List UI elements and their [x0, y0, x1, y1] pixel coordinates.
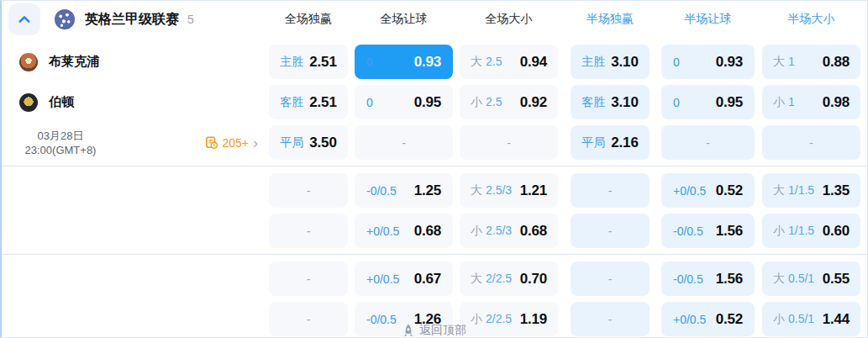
- odds-label: 0: [366, 55, 373, 69]
- side-label: 大: [773, 272, 785, 285]
- odds-cell[interactable]: 小10.98: [762, 85, 860, 119]
- odds-cell[interactable]: 平局2.16: [571, 125, 650, 160]
- match-date: 03月28日: [13, 129, 108, 143]
- home-team-row: 布莱克浦: [2, 45, 269, 79]
- side-label: 大: [773, 183, 785, 197]
- collapse-button[interactable]: [8, 3, 40, 35]
- away-team-row: 伯顿: [2, 85, 269, 119]
- odds-row: 03月28日23:00(GMT+8)205+›平局3.50--平局2.16--: [2, 125, 867, 160]
- odds-value: 1.19: [520, 311, 547, 328]
- line-label: 2.5: [486, 95, 502, 108]
- odds-label: +0/0.5: [366, 224, 399, 238]
- odds-cell[interactable]: 小2/2.51.19: [460, 302, 558, 336]
- odds-rows: 布莱克浦主胜2.5100.93大2.50.94主胜3.1000.93大10.88…: [2, 38, 867, 336]
- odds-value: 2.16: [611, 135, 638, 151]
- odds-cell[interactable]: 大2.50.94: [460, 45, 558, 79]
- odds-cell[interactable]: 大2/2.50.70: [460, 261, 558, 296]
- odds-cell[interactable]: 00.93: [661, 45, 755, 79]
- odds-cell[interactable]: 00.95: [355, 85, 453, 119]
- odds-cell-empty: -: [762, 125, 860, 160]
- odds-value: 1.25: [414, 182, 441, 199]
- line-label: 2.5/3: [486, 224, 512, 237]
- odds-cell-empty: -: [571, 214, 650, 248]
- overunder-label: 大2.5: [471, 54, 502, 70]
- odds-label: -0/0.5: [366, 313, 397, 326]
- odds-cell[interactable]: 小1/1.50.60: [762, 214, 860, 248]
- odds-cell[interactable]: +0/0.50.52: [661, 173, 755, 208]
- side-label: 小: [471, 312, 482, 325]
- odds-cell[interactable]: 主胜3.10: [571, 45, 650, 79]
- odds-cell[interactable]: 00.93: [355, 45, 453, 79]
- odds-cell[interactable]: 大2.5/31.21: [460, 173, 558, 208]
- odds-value: 0.88: [823, 54, 850, 71]
- odds-value: 0.95: [414, 94, 441, 111]
- more-markets-link[interactable]: 205+›: [205, 136, 258, 150]
- dash-label: -: [608, 313, 613, 326]
- odds-value: 0.95: [716, 94, 743, 111]
- odds-row: --0/0.51.25大2.5/31.21-+0/0.50.52大1/1.51.…: [2, 173, 867, 208]
- odds-cell-empty: -: [269, 214, 348, 248]
- overunder-label: 小2.5/3: [471, 223, 512, 239]
- odds-cell[interactable]: 00.95: [661, 85, 755, 119]
- odds-cell[interactable]: -0/0.51.25: [355, 173, 453, 208]
- dash-label: -: [507, 136, 511, 150]
- back-to-top-button[interactable]: 返回顶部: [402, 323, 466, 338]
- odds-cell[interactable]: -0/0.51.56: [661, 214, 755, 248]
- chevron-up-icon: [17, 12, 32, 27]
- odds-value: 1.35: [823, 182, 850, 199]
- odds-value: 0.68: [520, 223, 547, 240]
- odds-label: 0: [673, 96, 680, 109]
- line-label: 1: [788, 95, 795, 108]
- odds-cell[interactable]: 平局3.50: [269, 125, 348, 160]
- side-label: 小: [471, 224, 482, 237]
- rocket-icon: [402, 324, 414, 337]
- odds-cell[interactable]: 大10.88: [762, 45, 860, 79]
- odds-value: 1.56: [716, 223, 743, 240]
- column-header-full-win: 全场独赢: [269, 12, 348, 27]
- line-label: 2/2.5: [486, 272, 512, 285]
- odds-cell[interactable]: 小2.50.92: [460, 85, 558, 119]
- odds-cell[interactable]: 小0.5/11.44: [762, 302, 860, 336]
- side-label: 大: [773, 55, 785, 68]
- odds-label: 主胜: [581, 55, 605, 70]
- odds-cell[interactable]: +0/0.50.67: [355, 261, 453, 296]
- odds-row: -+0/0.50.68小2.5/30.68--0/0.51.56小1/1.50.…: [2, 214, 867, 248]
- odds-label: -0/0.5: [673, 272, 703, 286]
- overunder-label: 大1: [773, 54, 795, 70]
- odds-cell[interactable]: 大0.5/10.55: [762, 261, 860, 296]
- line-label: 2.5/3: [486, 183, 512, 197]
- odds-value: 1.21: [520, 182, 547, 199]
- odds-card: 英格兰甲级联赛 5 全场独赢 全场让球 全场大小 半场独赢 半场让球 半场大小 …: [0, 0, 868, 338]
- line-label: 0.5/1: [788, 272, 814, 285]
- dash-label: -: [608, 272, 613, 286]
- markets-count: 205+: [222, 136, 249, 150]
- odds-cell[interactable]: +0/0.50.52: [661, 302, 755, 336]
- chevron-right-icon: ›: [253, 137, 258, 149]
- overunder-label: 大2/2.5: [471, 271, 512, 287]
- odds-cell-empty: -: [355, 125, 453, 160]
- odds-label: 0: [366, 96, 373, 109]
- odds-cell[interactable]: 小2.5/30.68: [460, 214, 558, 248]
- dash-label: -: [307, 184, 311, 198]
- odds-cell[interactable]: 主胜2.51: [269, 45, 348, 79]
- odds-cell[interactable]: 大1/1.51.35: [762, 173, 860, 208]
- odds-value: 3.10: [611, 94, 638, 111]
- odds-value: 3.10: [611, 54, 638, 71]
- odds-value: 0.93: [716, 54, 743, 71]
- odds-cell[interactable]: +0/0.50.68: [355, 214, 453, 248]
- odds-value: 0.93: [414, 54, 441, 71]
- odds-value: 0.60: [823, 223, 850, 240]
- odds-label: 平局: [280, 135, 303, 151]
- odds-value: 0.92: [520, 94, 547, 111]
- odds-cell[interactable]: -0/0.51.56: [661, 261, 755, 296]
- league-badge-icon: [55, 9, 75, 29]
- odds-cell[interactable]: 客胜2.51: [269, 85, 348, 119]
- odds-value: 0.52: [716, 182, 743, 199]
- column-header-half-win: 半场独赢: [571, 12, 650, 27]
- odds-label: +0/0.5: [673, 184, 706, 198]
- odds-cell[interactable]: 客胜3.10: [571, 85, 650, 119]
- odds-value: 0.94: [520, 54, 547, 71]
- side-label: 小: [773, 312, 785, 325]
- odds-value: 0.67: [414, 271, 441, 288]
- match-datetime-row: 03月28日23:00(GMT+8)205+›: [2, 125, 269, 160]
